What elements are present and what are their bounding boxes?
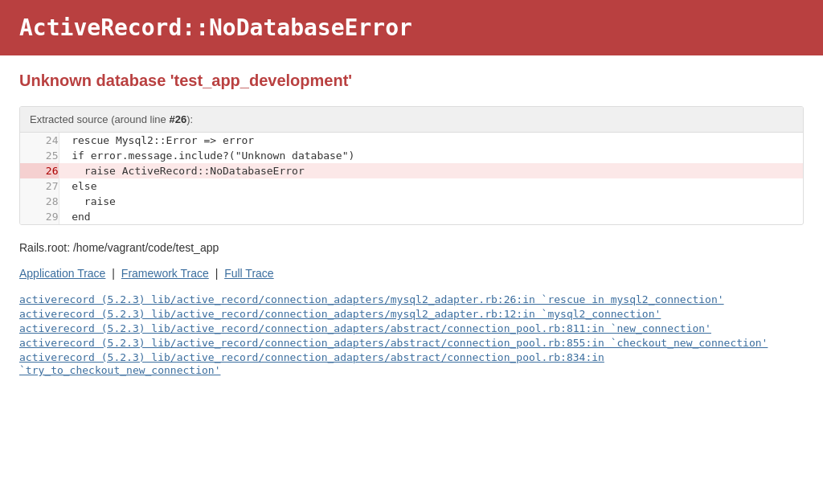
error-message: Unknown database 'test_app_development' xyxy=(19,72,804,90)
line-number: 26 xyxy=(20,163,59,178)
full-trace-link[interactable]: Full Trace xyxy=(224,267,273,280)
rails-root-label: Rails.root: xyxy=(19,241,70,254)
error-title: ActiveRecord::NoDatabaseError xyxy=(19,14,804,41)
trace-link[interactable]: activerecord (5.2.3) lib/active_record/c… xyxy=(19,322,711,334)
line-number: 27 xyxy=(20,178,59,194)
line-code: if error.message.include?("Unknown datab… xyxy=(59,148,803,163)
line-code: rescue Mysql2::Error => error xyxy=(59,133,803,148)
line-code: raise xyxy=(59,194,803,209)
line-code: raise ActiveRecord::NoDatabaseError xyxy=(59,163,803,178)
separator-2: | xyxy=(215,267,219,280)
source-line-number: #26 xyxy=(169,113,186,125)
trace-link[interactable]: activerecord (5.2.3) lib/active_record/c… xyxy=(19,293,724,305)
source-box: Extracted source (around line #26): 24 r… xyxy=(19,106,804,225)
trace-links: Application Trace | Framework Trace | Fu… xyxy=(19,267,804,280)
main-content: Unknown database 'test_app_development' … xyxy=(0,55,823,394)
list-item: activerecord (5.2.3) lib/active_record/c… xyxy=(19,350,804,376)
line-number: 25 xyxy=(20,148,59,163)
trace-link[interactable]: activerecord (5.2.3) lib/active_record/c… xyxy=(19,308,661,320)
line-code: else xyxy=(59,178,803,194)
table-row: 24 rescue Mysql2::Error => error xyxy=(20,133,803,148)
table-row: 28 raise xyxy=(20,194,803,209)
table-row: 29 end xyxy=(20,209,803,224)
table-row: 25 if error.message.include?("Unknown da… xyxy=(20,148,803,163)
line-number: 29 xyxy=(20,209,59,224)
code-table: 24 rescue Mysql2::Error => error25 if er… xyxy=(20,133,803,224)
rails-root-path: /home/vagrant/code/test_app xyxy=(73,241,219,254)
line-code: end xyxy=(59,209,803,224)
code-tbody: 24 rescue Mysql2::Error => error25 if er… xyxy=(20,133,803,224)
table-row: 26 raise ActiveRecord::NoDatabaseError xyxy=(20,163,803,178)
trace-link[interactable]: activerecord (5.2.3) lib/active_record/c… xyxy=(19,351,604,376)
source-box-header: Extracted source (around line #26): xyxy=(20,107,803,133)
list-item: activerecord (5.2.3) lib/active_record/c… xyxy=(19,336,804,349)
trace-link[interactable]: activerecord (5.2.3) lib/active_record/c… xyxy=(19,337,768,349)
list-item: activerecord (5.2.3) lib/active_record/c… xyxy=(19,293,804,305)
error-header: ActiveRecord::NoDatabaseError xyxy=(0,0,823,55)
separator-1: | xyxy=(112,267,115,280)
framework-trace-link[interactable]: Framework Trace xyxy=(121,267,209,280)
table-row: 27 else xyxy=(20,178,803,194)
list-item: activerecord (5.2.3) lib/active_record/c… xyxy=(19,322,804,334)
line-number: 24 xyxy=(20,133,59,148)
source-header-prefix: Extracted source (around line xyxy=(30,113,169,125)
line-number: 28 xyxy=(20,194,59,209)
source-header-suffix: ): xyxy=(186,113,193,125)
application-trace-link[interactable]: Application Trace xyxy=(19,267,105,280)
rails-root: Rails.root: /home/vagrant/code/test_app xyxy=(19,241,804,254)
list-item: activerecord (5.2.3) lib/active_record/c… xyxy=(19,307,804,320)
trace-list: activerecord (5.2.3) lib/active_record/c… xyxy=(19,293,804,376)
